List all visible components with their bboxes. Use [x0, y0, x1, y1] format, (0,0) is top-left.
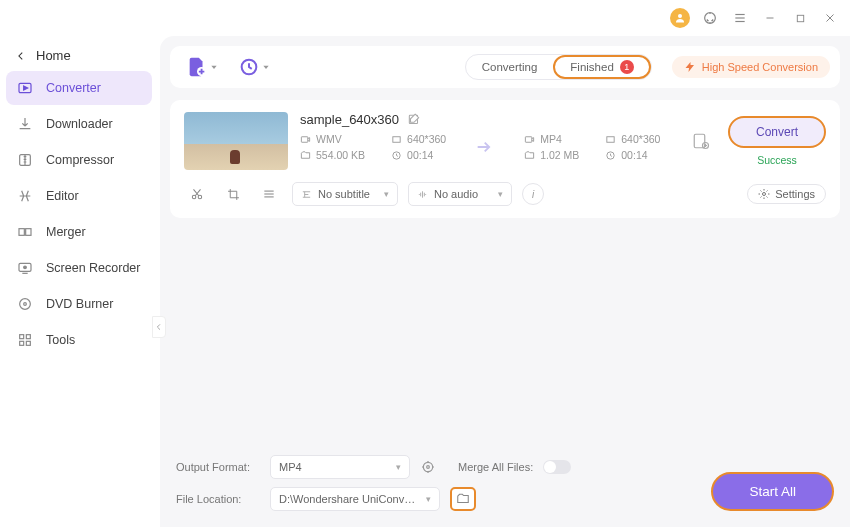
dst-format: MP4	[540, 133, 562, 145]
svg-rect-35	[694, 134, 705, 148]
sidebar-item-screen-recorder[interactable]: Screen Recorder	[6, 251, 152, 285]
svg-rect-32	[526, 136, 532, 142]
audio-dropdown[interactable]: No audio ▾	[408, 182, 512, 206]
sidebar-collapse-button[interactable]	[152, 316, 166, 338]
resolution-icon	[391, 134, 402, 145]
high-speed-button[interactable]: High Speed Conversion	[672, 56, 830, 78]
svg-point-44	[427, 466, 430, 469]
support-icon[interactable]	[700, 8, 720, 28]
audio-value: No audio	[434, 188, 478, 200]
dvd-icon	[16, 295, 34, 313]
svg-rect-13	[26, 229, 31, 236]
titlebar	[0, 0, 850, 36]
output-settings-icon[interactable]	[692, 132, 710, 150]
sidebar-item-label: Merger	[46, 225, 86, 239]
src-res: 640*360	[407, 133, 446, 145]
merge-toggle[interactable]	[543, 460, 571, 474]
video-thumbnail[interactable]	[184, 112, 288, 170]
sidebar-item-label: Converter	[46, 81, 101, 95]
subtitle-dropdown[interactable]: No subtitle ▾	[292, 182, 398, 206]
sidebar: Home Converter Downloader Compressor Edi…	[0, 36, 160, 527]
output-format-label: Output Format:	[176, 461, 260, 473]
sidebar-item-label: Screen Recorder	[46, 261, 141, 275]
info-icon[interactable]: i	[522, 183, 544, 205]
dst-size: 1.02 MB	[540, 149, 579, 161]
output-format-dropdown[interactable]: MP4 ▾	[270, 455, 410, 479]
filename-label: sample_640x360	[300, 112, 399, 127]
compress-icon	[16, 151, 34, 169]
back-label: Home	[36, 48, 71, 63]
tab-label: Converting	[482, 61, 538, 73]
chevron-down-icon: ▾	[498, 189, 503, 199]
video-format-icon	[524, 134, 535, 145]
add-url-button[interactable]	[232, 52, 276, 82]
file-card: sample_640x360 WMV 554.00 KB 640*3	[170, 100, 840, 218]
finished-count-badge: 1	[620, 60, 634, 74]
back-home[interactable]: Home	[6, 42, 152, 69]
crop-icon[interactable]	[220, 183, 246, 205]
maximize-icon[interactable]	[790, 8, 810, 28]
sidebar-item-compressor[interactable]: Compressor	[6, 143, 152, 177]
edit-filename-icon[interactable]	[407, 113, 421, 127]
svg-point-19	[24, 303, 27, 306]
svg-rect-23	[26, 341, 30, 345]
dst-duration: 00:14	[621, 149, 647, 161]
sidebar-item-converter[interactable]: Converter	[6, 71, 152, 105]
footer-bar: Output Format: MP4 ▾ Merge All Files: Fi…	[170, 447, 840, 517]
tab-label: Finished	[570, 61, 613, 73]
src-size: 554.00 KB	[316, 149, 365, 161]
merger-icon	[16, 223, 34, 241]
sidebar-item-label: Editor	[46, 189, 79, 203]
sidebar-item-tools[interactable]: Tools	[6, 323, 152, 357]
svg-marker-27	[263, 66, 268, 69]
output-format-value: MP4	[279, 461, 302, 473]
settings-button[interactable]: Settings	[747, 184, 826, 204]
sidebar-item-label: Compressor	[46, 153, 114, 167]
sidebar-item-downloader[interactable]: Downloader	[6, 107, 152, 141]
sidebar-item-label: Downloader	[46, 117, 113, 131]
svg-rect-21	[26, 335, 30, 339]
clock-icon	[605, 150, 616, 161]
svg-point-43	[423, 462, 432, 471]
chevron-down-icon: ▾	[426, 494, 431, 504]
tab-finished[interactable]: Finished 1	[553, 55, 650, 79]
svg-point-42	[763, 193, 766, 196]
sidebar-item-label: DVD Burner	[46, 297, 113, 311]
tab-converting[interactable]: Converting	[466, 57, 554, 77]
file-location-dropdown[interactable]: D:\Wondershare UniConverter 1 ▾	[270, 487, 440, 511]
avatar-icon[interactable]	[670, 8, 690, 28]
src-duration: 00:14	[407, 149, 433, 161]
minimize-icon[interactable]	[760, 8, 780, 28]
file-location-label: File Location:	[176, 493, 260, 505]
svg-marker-10	[24, 86, 28, 90]
open-folder-button[interactable]	[450, 487, 476, 511]
add-file-button[interactable]	[180, 52, 224, 82]
start-all-button[interactable]: Start All	[711, 472, 834, 511]
trim-icon[interactable]	[184, 183, 210, 205]
menu-icon[interactable]	[730, 8, 750, 28]
svg-rect-30	[393, 136, 400, 142]
converter-icon	[16, 79, 34, 97]
clock-icon	[391, 150, 402, 161]
folder-icon	[300, 150, 311, 161]
subtitle-value: No subtitle	[318, 188, 370, 200]
svg-marker-25	[211, 66, 216, 69]
svg-point-16	[24, 266, 27, 269]
video-format-icon	[300, 134, 311, 145]
toolbar: Converting Finished 1 High Speed Convers…	[170, 46, 840, 88]
sidebar-item-merger[interactable]: Merger	[6, 215, 152, 249]
sidebar-item-dvd-burner[interactable]: DVD Burner	[6, 287, 152, 321]
svg-rect-20	[20, 335, 24, 339]
close-icon[interactable]	[820, 8, 840, 28]
convert-button[interactable]: Convert	[728, 116, 826, 148]
settings-label: Settings	[775, 188, 815, 200]
sidebar-item-editor[interactable]: Editor	[6, 179, 152, 213]
start-all-label: Start All	[749, 484, 796, 499]
gear-icon	[758, 188, 770, 200]
folder-icon	[524, 150, 535, 161]
status-label: Success	[757, 154, 797, 166]
effects-icon[interactable]	[256, 183, 282, 205]
format-settings-icon[interactable]	[420, 459, 436, 475]
chevron-down-icon: ▾	[384, 189, 389, 199]
status-tabs: Converting Finished 1	[465, 54, 652, 80]
